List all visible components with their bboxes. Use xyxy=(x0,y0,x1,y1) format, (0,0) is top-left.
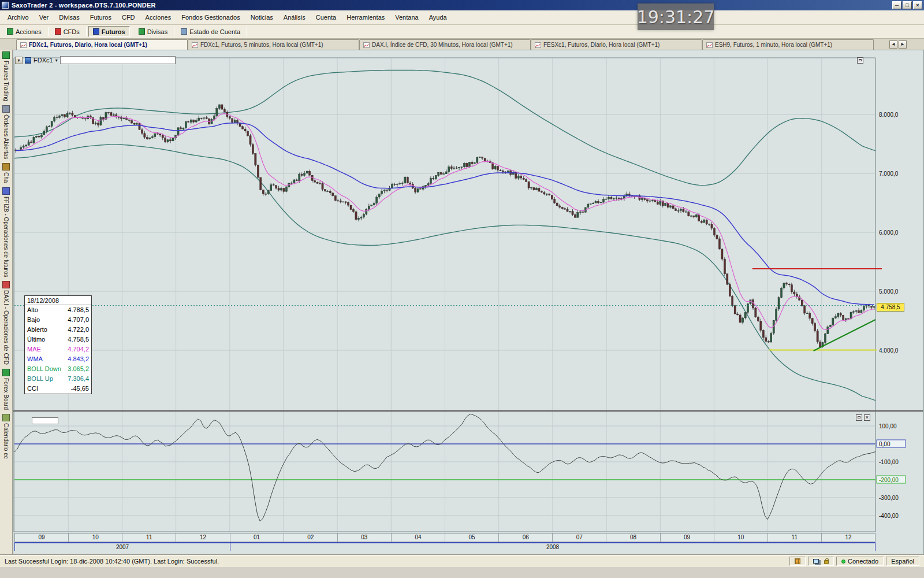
sidebar-item-ffiz8-operaciones-de-futuros[interactable]: FFIZ8 - Operaciones de futuros xyxy=(2,187,10,277)
menu-cuenta[interactable]: Cuenta xyxy=(311,12,341,23)
month-cell-1: 10 xyxy=(68,533,122,542)
sidebar-item-forex-board[interactable]: Forex Board xyxy=(2,369,10,410)
toolbar-separator xyxy=(247,27,247,36)
chart-tab-4[interactable]: ESH9, Futuros, 1 minuto, Hora local (GMT… xyxy=(702,39,874,50)
tab-scroll-right-button[interactable]: ► xyxy=(899,40,907,49)
indicator-close-button[interactable]: × xyxy=(864,414,870,421)
sidebar-item-label: Órdenes Abiertas xyxy=(3,114,9,159)
tooltip-label: BOLL Down xyxy=(27,365,61,373)
tooltip-value: 4.758,5 xyxy=(68,335,89,344)
menu-fondos-gestionados[interactable]: Fondos Gestionados xyxy=(176,12,245,23)
title-bar: SaxoTrader 2 - workspace.DTS.7.100.PONDE… xyxy=(0,0,924,10)
month-cell-12: 09 xyxy=(660,533,714,542)
cfds-icon xyxy=(55,28,61,35)
month-cell-10: 07 xyxy=(552,533,606,542)
toolbar-estado-de-cuenta-button[interactable]: Estado de Cuenta xyxy=(176,26,245,37)
connection-status: Conectado xyxy=(836,557,884,566)
sidebar-item-futures-trading[interactable]: Futures Trading xyxy=(2,51,10,101)
sidebar-futures-trading-icon xyxy=(2,51,10,59)
tooltip-label: WMA xyxy=(27,355,43,364)
window-title: SaxoTrader 2 - workspace.DTS.7.100.PONDE… xyxy=(12,2,892,9)
left-tab-strip: Futures TradingÓrdenes AbiertasChaFFIZ8 … xyxy=(0,50,13,555)
chevron-down-icon: ▾ xyxy=(55,58,58,63)
menu-ventana[interactable]: Ventana xyxy=(390,12,423,23)
menu-archivo[interactable]: Archivo xyxy=(2,12,34,23)
sidebar-item-label: Cha xyxy=(3,172,9,183)
chart-tab-1[interactable]: FDXc1, Futuros, 5 minutos, Hora local (G… xyxy=(188,39,359,50)
status-bar: Last Successful Login: 18-dic-2008 10:42… xyxy=(0,555,924,567)
minimize-button[interactable]: ─ xyxy=(892,1,901,9)
window-controls: ─ □ × xyxy=(892,1,922,9)
tooltip-row-wma: WMA4.843,2 xyxy=(25,354,91,364)
menu-acciones[interactable]: Acciones xyxy=(140,12,177,23)
tooltip-value: 3.065,2 xyxy=(68,365,89,373)
sidebar-item-label: Calendario ec xyxy=(3,423,9,459)
chart-line-icon xyxy=(706,42,713,48)
x-axis-months: 09101112010203040506070809101112 xyxy=(14,533,875,542)
status-chart-cell xyxy=(789,557,806,566)
month-cell-0: 09 xyxy=(15,533,68,542)
month-cell-7: 04 xyxy=(391,533,445,542)
toolbar-separator xyxy=(48,27,49,36)
symbol-input[interactable] xyxy=(60,56,176,64)
connected-indicator xyxy=(841,560,845,564)
sidebar-forex-board-icon xyxy=(2,369,10,376)
chart-header: ▼ FDXc1 ▾ xyxy=(15,55,176,65)
toolbar-divisas-button[interactable]: Divisas xyxy=(134,26,172,37)
menu-ver[interactable]: Ver xyxy=(34,12,54,23)
toolbar-cfds-button[interactable]: CFDs xyxy=(50,26,84,37)
toolbar-label: CFDs xyxy=(64,28,80,35)
chart-tab-label: FDXc1, Futuros, Diario, Hora local (GMT+… xyxy=(29,42,147,48)
menu-bar: ArchivoVerDivisasFuturosCFDAccionesFondo… xyxy=(0,10,924,25)
chart-tab-3[interactable]: FESXc1, Futuros, Diario, Hora local (GMT… xyxy=(531,39,702,50)
tooltip-value: -45,65 xyxy=(71,384,89,393)
menu-herramientas[interactable]: Herramientas xyxy=(341,12,390,23)
chart-tab-label: DAX.I, Índice de CFD, 30 Minutos, Hora l… xyxy=(372,42,513,48)
sidebar-calendario-ec-icon xyxy=(2,414,10,421)
month-cell-15: 12 xyxy=(821,533,875,542)
menu-analisis[interactable]: Análisis xyxy=(278,12,311,23)
tooltip-row-mae: MAE4.704,2 xyxy=(25,344,91,354)
grid-icon[interactable] xyxy=(795,558,800,564)
menu-ayuda[interactable]: Ayuda xyxy=(424,12,452,23)
chart-maximize-button[interactable] xyxy=(857,57,863,64)
toolbar-futuros-button[interactable]: Futuros xyxy=(88,26,130,37)
login-status-text: Last Successful Login: 18-dic-2008 10:42… xyxy=(5,558,789,565)
chart-line-icon xyxy=(535,42,541,48)
indicator-input[interactable] xyxy=(32,417,58,424)
language-cell[interactable]: Español xyxy=(886,557,919,566)
tooltip-label: Alto xyxy=(27,306,38,314)
sidebar-item-ordenes-abiertas[interactable]: Órdenes Abiertas xyxy=(2,105,10,159)
sidebar-item-label: FFIZ8 - Operaciones de futuros xyxy=(3,197,9,277)
sidebar-ffiz8-operaciones-de-futuros-icon xyxy=(2,187,10,195)
window-bottom-edge xyxy=(0,567,924,578)
panel-splitter[interactable] xyxy=(13,410,923,412)
close-button[interactable]: × xyxy=(913,1,922,9)
menu-futuros[interactable]: Futuros xyxy=(85,12,117,23)
chart-tab-2[interactable]: DAX.I, Índice de CFD, 30 Minutos, Hora l… xyxy=(359,39,531,50)
sidebar-ordenes-abiertas-icon xyxy=(2,105,10,113)
divisas-icon xyxy=(139,28,145,35)
sidebar-item-dax-i-operaciones-de-cfd[interactable]: DAX.I - Operaciones de CFD xyxy=(2,281,10,365)
instrument-icon xyxy=(25,57,31,64)
acciones-icon xyxy=(7,28,13,35)
month-cell-5: 02 xyxy=(284,533,337,542)
sidebar-dax-i-operaciones-de-cfd-icon xyxy=(2,281,10,288)
menu-cfd[interactable]: CFD xyxy=(117,12,140,23)
tooltip-row-cci: CCI-45,65 xyxy=(25,384,91,394)
maximize-icon xyxy=(859,59,862,61)
toolbar-acciones-button[interactable]: Acciones xyxy=(2,26,46,37)
maximize-button[interactable]: □ xyxy=(903,1,912,9)
sidebar-item-cha[interactable]: Cha xyxy=(2,163,10,183)
instrument-symbol[interactable]: FDXc1 xyxy=(33,57,53,64)
sidebar-item-calendario-ec[interactable]: Calendario ec xyxy=(2,414,10,459)
chart-line-icon xyxy=(192,42,198,48)
tab-scroll-left-button[interactable]: ◄ xyxy=(889,40,897,49)
tooltip-row-alto: Alto4.788,5 xyxy=(25,305,91,315)
menu-divisas[interactable]: Divisas xyxy=(54,12,84,23)
chart-menu-button[interactable]: ▼ xyxy=(15,57,23,64)
indicator-maximize-button[interactable] xyxy=(856,414,862,421)
tab-scroll-controls: ◄ ► xyxy=(889,40,907,49)
chart-tab-0[interactable]: FDXc1, Futuros, Diario, Hora local (GMT+… xyxy=(16,39,188,50)
menu-noticias[interactable]: Noticias xyxy=(245,12,278,23)
